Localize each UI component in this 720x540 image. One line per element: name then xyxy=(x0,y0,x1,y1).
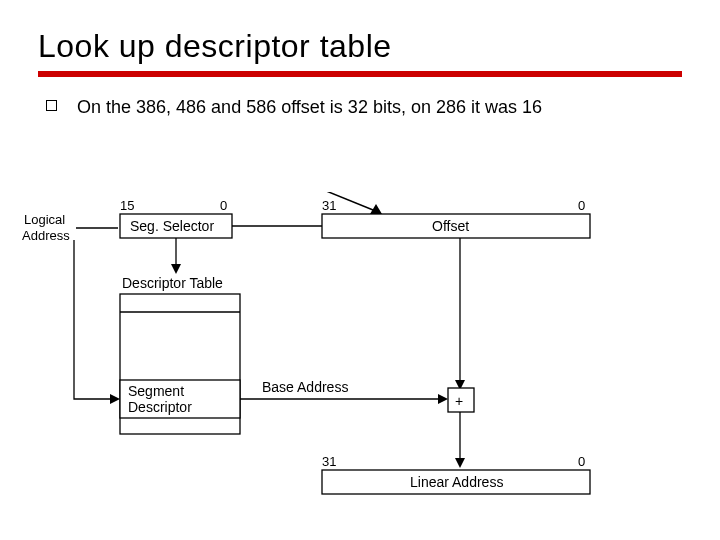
selector-to-table-arrow-icon xyxy=(171,264,181,274)
offset-label: Offset xyxy=(432,218,469,234)
lin-tick-right: 0 xyxy=(578,454,585,469)
adder-label: + xyxy=(455,393,463,409)
page-title: Look up descriptor table xyxy=(38,28,682,65)
seg-selector-label: Seg. Selector xyxy=(130,218,214,234)
logical-address-label-l1: Logical xyxy=(24,212,65,227)
callout-line xyxy=(240,192,378,212)
base-address-label: Base Address xyxy=(262,379,348,395)
bullet-item: On the 386, 486 and 586 offset is 32 bit… xyxy=(38,95,682,119)
descriptor-table-label: Descriptor Table xyxy=(122,275,223,291)
seg-tick-left: 15 xyxy=(120,198,134,213)
seg-tick-right: 0 xyxy=(220,198,227,213)
segment-descriptor-l1: Segment xyxy=(128,383,184,399)
adder-to-linear-arrow-icon xyxy=(455,458,465,468)
index-routing-line xyxy=(74,240,118,399)
bullet-text: On the 386, 486 and 586 offset is 32 bit… xyxy=(77,95,542,119)
offset-tick-right: 0 xyxy=(578,198,585,213)
slide: Look up descriptor table On the 386, 486… xyxy=(0,0,720,540)
address-translation-diagram: Logical Address 15 0 Seg. Selector 31 0 … xyxy=(22,192,642,512)
index-routing-arrow-icon xyxy=(110,394,120,404)
linear-address-label: Linear Address xyxy=(410,474,503,490)
base-address-arrow-icon xyxy=(438,394,448,404)
logical-address-label-l2: Address xyxy=(22,228,70,243)
bullet-marker-icon xyxy=(46,100,57,111)
title-underline xyxy=(38,71,682,77)
offset-tick-left: 31 xyxy=(322,198,336,213)
lin-tick-left: 31 xyxy=(322,454,336,469)
segment-descriptor-l2: Descriptor xyxy=(128,399,192,415)
